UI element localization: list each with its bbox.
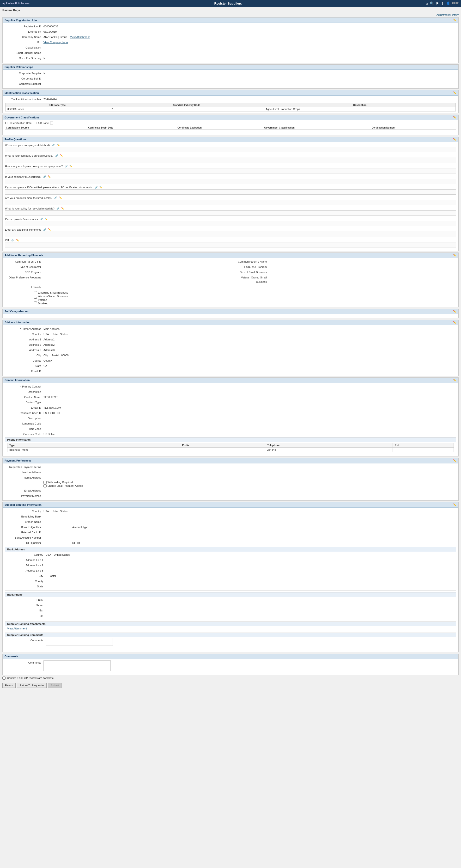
profile-question-value [5,147,456,152]
sic-row: US SIC Codes01Agricultural Production Cr… [5,107,456,111]
phone-telephone-cell: 234343 [265,447,393,452]
view-attachment-link[interactable]: View Attachment [70,36,90,38]
supplier-banking-header: Supplier Banking Information ✏️ [3,502,458,508]
currency-code-label: Currency Code [5,432,43,436]
profile-question-item: Are your products manufactured locally? … [5,196,456,205]
registration-id-label: Registration ID [5,24,43,29]
banking-country-value: USA United States [43,509,456,514]
profile-question-edit[interactable]: ✏️ [45,218,47,220]
return-button[interactable]: Return [2,683,15,688]
payment-edit-icon[interactable]: ✏️ [453,459,456,462]
are-checkbox[interactable] [34,295,37,298]
home-icon[interactable]: ⌂ [426,1,428,5]
banking-comments-textarea[interactable] [45,638,113,646]
phone-telephone-col: Telephone [265,443,393,447]
profile-question-edit[interactable]: ✏️ [60,154,63,157]
bank-id-qualifier-value: Account Type [43,525,456,529]
profile-question-label: Please provide 5 references 🔗 ✏️ [5,218,456,221]
sdb-program-label: SDB Program [5,270,43,274]
contact-information-section: Contact Information ✏️ * Primary Contact… [2,377,459,457]
profile-question-label: How many employees does your company hav… [5,165,456,168]
page-header-title: Register Suppliers [30,2,426,5]
banking-country-label: Country [5,509,43,514]
comments-textarea[interactable] [43,660,111,671]
common-parent-name-label: Common Parent's Name [231,259,269,264]
sic-codes-table: SIC Code Type Standard Industry Code Des… [5,103,456,111]
adjustment-history-link[interactable]: Adjustment History [436,13,459,16]
profile-question-edit[interactable]: ✏️ [16,239,19,242]
profile-question-edit[interactable]: ✏️ [61,207,64,210]
bank-city-value: Postal [45,574,454,578]
banking-attachments-header: Supplier Banking Attachments [5,622,456,626]
contact-edit-icon[interactable]: ✏️ [453,379,456,382]
bank-addr2-label: Address Line 2 [7,563,45,567]
enable-email-checkbox[interactable] [43,484,46,488]
profile-question-icon: 🔗 [43,228,46,231]
profile-question-label: Are your products manufactured locally? … [5,196,456,199]
submit-button[interactable]: Submit [48,683,62,688]
self-categorization-edit-icon[interactable]: ✏️ [453,310,456,313]
government-edit-icon[interactable]: ✏️ [453,116,456,119]
sic-standard-cell: 01 [109,107,264,111]
identification-edit-icon[interactable]: ✏️ [453,91,456,94]
type-of-contractor-label: Type of Contractor [5,265,43,269]
withholding-label: Withholding Required [47,481,73,484]
are-checkbox[interactable] [34,291,37,294]
are-checkbox[interactable] [34,302,37,305]
primary-contact-label: * Primary Contact [5,384,43,389]
external-bank-id-label: External Bank ID [5,530,43,534]
contact-type-label: Contact Type [5,400,43,405]
banking-view-attachment-link[interactable]: View Attachment [7,627,27,630]
bookmark-icon[interactable]: ⚑ [436,1,439,5]
profile-question-value [5,211,456,216]
address-edit-icon[interactable]: ✏️ [453,321,456,324]
profile-question-edit[interactable]: ✏️ [48,175,51,178]
additional-reporting-section: Additional Reporting Elements ✏️ Common … [2,252,459,307]
profile-questions-edit-icon[interactable]: ✏️ [453,138,456,141]
banking-edit-icon[interactable]: ✏️ [453,503,456,506]
back-link[interactable]: ◀ Review/Edit Request [2,2,30,5]
withholding-checkbox[interactable] [43,481,46,484]
profile-question-edit[interactable]: ✏️ [48,228,51,231]
view-company-logo-link[interactable]: View Company Logo [43,41,68,44]
profile-question-edit[interactable]: ✏️ [99,186,102,189]
url-label: URL [5,40,43,44]
confirm-checkbox[interactable] [2,677,5,680]
government-classifications-section: Government Classifications ✏️ EEO Certif… [2,115,459,135]
payment-method-label: Payment Method [5,494,43,498]
profile-question-value [5,221,456,226]
are-checkbox-label: Disabled [38,302,48,305]
bank-addr-country-label: Country [7,553,45,557]
contact-information-header: Contact Information ✏️ [3,378,458,383]
corporate-supplier-value: N [43,71,456,75]
bank-id-qualifier-label: Bank ID Qualifier [5,525,43,529]
supplier-registration-edit-icon[interactable]: ✏️ [453,19,456,22]
profile-question-icon: 🔗 [55,154,58,157]
city-label: City [5,353,43,358]
more-menu-icon[interactable]: ⋮ [441,1,444,5]
search-icon[interactable]: 🔍 [430,1,434,5]
user-icon[interactable]: 👤 [446,1,450,5]
profile-question-value [5,189,456,195]
supplier-banking-section: Supplier Banking Information ✏️ Country … [2,502,459,652]
hub-zone-label: HUB Zone [36,122,49,124]
profile-question-label: When was your company established? 🔗 ✏️ [5,144,456,147]
banking-comments-subsection: Supplier Banking Comments Comments [5,632,456,649]
are-checkbox-label: Women-Owned Business [38,295,68,298]
return-to-requester-button[interactable]: Return To Requester [17,683,46,688]
corporate-supplier2-label: Corporate Supplier [5,82,43,86]
profile-questions-section: Profile Questions ✏️ When was your compa… [2,137,459,251]
veteran-owned-label: Veteran-Owned Small Business [231,275,269,284]
profile-question-edit[interactable]: ✏️ [59,196,62,199]
additional-reporting-edit-icon[interactable]: ✏️ [453,254,456,257]
hub-zone-checkbox[interactable] [50,122,53,124]
profile-question-edit[interactable]: ✏️ [57,144,60,146]
are-checkbox[interactable] [34,299,37,302]
gov-table-col: Certification Number [371,126,456,130]
sic-description-cell: Agricultural Production Crops [264,107,456,111]
confirm-label: Confirm if all Edit/Reviews are complete [7,677,54,679]
enable-email-row: Enable Email Payment Advice [43,484,456,488]
payment-preferences-section: Payment Preferences ✏️ Requested Payment… [2,458,459,501]
profile-question-edit[interactable]: ✏️ [69,165,72,167]
supplier-registration-section: Supplier Registration Info ✏️ Registrati… [2,17,459,63]
